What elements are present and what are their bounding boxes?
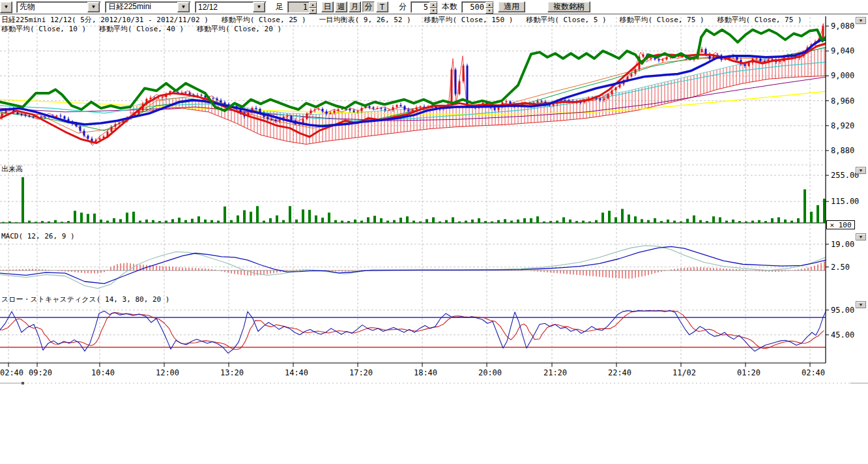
volume-bar — [478, 218, 480, 223]
x-axis-label: 01:20 — [737, 368, 760, 377]
volume-bar — [517, 220, 519, 223]
volume-bar — [758, 220, 760, 223]
volume-bar — [191, 219, 194, 223]
y-axis-label: 8,960 — [831, 96, 854, 106]
volume-bar — [667, 220, 669, 223]
volume-bar — [654, 218, 656, 223]
volume-bar — [510, 221, 513, 223]
volume-bar — [426, 219, 428, 223]
x-axis-label: 13:20 — [220, 368, 244, 377]
stoch-pane-dropdown-button[interactable]: ▼ — [856, 301, 866, 308]
volume-bar — [145, 220, 148, 223]
volume-bar — [28, 221, 31, 223]
volume-bar — [74, 210, 76, 223]
volume-bar — [543, 222, 545, 223]
volume-bar — [608, 210, 611, 223]
volume-bar — [15, 222, 18, 223]
trading-app-window: ▼ 先物 ▼ 日経225mini ▼ 12/12 ▼ 足 1 ▲▼ 日週月分T … — [0, 0, 868, 464]
volume-bar — [165, 221, 167, 223]
volume-bar — [22, 177, 24, 223]
volume-bar — [784, 220, 787, 223]
x-axis-label: 20:00 — [478, 368, 502, 377]
volume-bar — [308, 210, 311, 223]
volume-bar — [35, 222, 37, 223]
volume-bar — [341, 221, 343, 223]
volume-bar — [660, 221, 663, 223]
volume-bar — [706, 221, 708, 223]
volume-bar — [491, 222, 493, 223]
volume-bar — [777, 217, 780, 223]
volume-bar — [256, 206, 259, 223]
y-axis-label: 45.00 — [831, 330, 854, 340]
macd-pane-dropdown-button[interactable]: ▼ — [856, 233, 866, 240]
volume-bar — [751, 221, 754, 223]
volume-bar — [367, 217, 369, 223]
volume-bar — [347, 221, 350, 223]
volume-bar — [2, 222, 5, 223]
volume-pane-dropdown-button[interactable]: ▼ — [856, 167, 866, 174]
volume-bar — [484, 221, 487, 223]
volume-bar — [439, 222, 441, 223]
y-axis-label: 115.00 — [831, 197, 859, 206]
volume-bar — [693, 216, 695, 223]
volume-bar — [204, 220, 207, 223]
chart-canvas[interactable]: 9,0809,0409,0008,9608,9208,880255.00115.… — [0, 0, 868, 391]
volume-bar — [458, 222, 461, 223]
price-pane — [0, 23, 826, 145]
volume-bar — [588, 222, 591, 223]
x-axis-label: 10:40 — [91, 368, 115, 377]
volume-bar — [412, 221, 415, 223]
volume-bar — [224, 207, 226, 223]
volume-bar — [699, 220, 702, 223]
volume-bar — [171, 219, 174, 223]
volume-bar — [601, 212, 604, 223]
volume-bar — [139, 221, 141, 223]
volume-bar — [582, 221, 585, 223]
volume-bar — [250, 212, 252, 223]
volume-bar — [230, 220, 233, 223]
volume-bar — [673, 221, 676, 223]
volume-bar — [302, 209, 304, 223]
volume-bar — [80, 212, 83, 223]
x-axis-label: 18:40 — [414, 368, 437, 377]
volume-bar — [465, 221, 467, 223]
x-axis-label: 11/02 — [673, 368, 696, 377]
volume-bar — [360, 221, 363, 223]
volume-bar — [334, 220, 337, 223]
volume-bar — [595, 220, 598, 223]
volume-bar — [536, 216, 539, 223]
volume-bar — [803, 190, 806, 223]
x-axis-label: 12:00 — [156, 368, 179, 377]
volume-bar — [8, 222, 11, 223]
y-axis-label: 8,880 — [831, 146, 854, 155]
volume-bar — [237, 216, 239, 223]
y-axis-label: 8,920 — [831, 121, 854, 130]
y-axis-label: 9,000 — [831, 71, 854, 80]
volume-bar — [54, 220, 57, 223]
volume-bar — [282, 220, 285, 223]
volume-bar — [243, 210, 246, 223]
volume-bar — [67, 221, 70, 223]
macd-pane-title: MACD( 12, 26, 9 ) — [1, 232, 75, 240]
volume-bar — [647, 220, 650, 223]
volume-bar — [569, 220, 571, 223]
volume-bar — [556, 221, 558, 223]
volume-bar — [393, 220, 396, 223]
y-axis-label: 9,040 — [831, 46, 854, 55]
volume-bar — [504, 219, 506, 223]
x-axis-label: 02:40 — [802, 368, 825, 377]
volume-bar — [315, 216, 317, 223]
volume-bar — [295, 220, 298, 223]
price-pane-dropdown-button[interactable]: ▼ — [856, 17, 866, 24]
volume-bar — [321, 218, 324, 223]
volume-bar — [628, 214, 630, 223]
volume-bar — [680, 222, 682, 223]
volume-bar — [113, 218, 115, 223]
volume-bar — [119, 219, 122, 223]
volume-bar — [41, 221, 44, 223]
y-axis-label: 9,080 — [831, 22, 854, 31]
volume-bar — [497, 220, 500, 223]
volume-bar — [263, 221, 265, 223]
volume-bar — [152, 220, 154, 223]
y-axis-label: 255.00 — [831, 171, 859, 180]
